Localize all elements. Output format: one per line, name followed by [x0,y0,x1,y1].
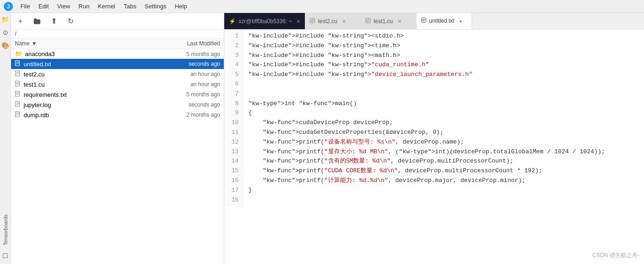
menubar: J File Edit View Run Kernel Tabs Setting… [0,0,644,13]
menu-settings[interactable]: Settings [141,2,170,11]
code-line[interactable]: "kw-func">printf("含有的SM数量: %d\n", device… [248,157,638,166]
code-line[interactable]: "kw-func">printf("显存大小: %d MB\n", ("kw-t… [248,147,638,157]
refresh-button[interactable]: ↻ [65,16,76,27]
file-modified: 2 months ago [186,112,220,118]
file-modified: 5 months ago [186,51,220,57]
file-row[interactable]: 📁anaconda35 months ago [11,49,224,59]
file-modified: 5 months ago [186,91,220,98]
tab-icon [421,18,426,24]
file-row[interactable]: jupyter.logseconds ago [11,100,224,110]
file-name: untitled.txt [24,61,51,68]
file-modified: seconds ago [189,61,220,67]
line-number: 5 [226,70,239,80]
code-line[interactable]: "kw-func">printf("计算能力: %d.%d\n", device… [248,176,638,186]
file-icon [15,70,21,78]
tab-icon: ⚡ [229,18,236,25]
code-line[interactable]: "kw-include">#include "kw-string"><stdio… [248,31,638,41]
new-folder-button[interactable] [32,16,43,27]
svg-rect-8 [15,81,19,86]
file-name-cell: requirements.txt [15,91,67,98]
tab-close-button[interactable]: × [297,18,300,25]
code-line[interactable]: "kw-include">#include "kw-string"><math.… [248,51,638,61]
file-row[interactable]: requirements.txt5 months ago [11,89,224,100]
menu-file[interactable]: File [17,2,34,11]
code-line[interactable]: "kw-func">printf("CUDA CORE数量: %d\n", de… [248,166,638,176]
code-line[interactable]: { [248,108,638,118]
tab-close-button[interactable]: × [342,18,346,25]
file-name-cell: untitled.txt [15,60,51,68]
file-name-cell: test1.cu [15,81,45,88]
tab-icon [310,18,315,25]
line-number: 16 [226,176,239,186]
code-line[interactable] [248,80,638,89]
code-line[interactable] [248,195,638,205]
menu-view[interactable]: View [53,2,74,11]
code-line[interactable]: "kw-include">#include "kw-string">"devic… [248,70,638,80]
svg-rect-12 [15,91,19,96]
tab-close-button[interactable]: ● [459,19,462,24]
file-toolbar: + ⬆ ↻ [11,13,224,30]
file-row[interactable]: test1.cuan hour ago [11,79,224,89]
file-name-cell: 📁anaconda3 [15,50,55,57]
code-line[interactable]: "kw-include">#include "kw-string"><time.… [248,41,638,51]
folder-icon: 📁 [15,50,22,57]
editor-content[interactable]: 123456789101112131415161718 "kw-include"… [224,30,644,264]
file-icon [15,111,21,119]
code-line[interactable]: } [248,186,638,195]
tensorboards-label[interactable]: Tensorboards [3,213,8,247]
menu-tabs[interactable]: Tabs [120,2,140,11]
code-line[interactable] [248,89,638,99]
code-line[interactable]: "kw-func">cudaDeviceProp deviceProp; [248,118,638,128]
code-line[interactable]: "kw-type">int "kw-func">main() [248,99,638,109]
file-icon [15,81,21,88]
file-row[interactable]: dump.rdb2 months ago [11,110,224,120]
sidebar-icon-files[interactable]: 📁 [1,15,10,24]
sidebar-icon-palette[interactable]: 🎨 [1,41,10,50]
editor-area: ⚡xzr@bff0ba0b5336: ~×test2.cu×test1.cu×u… [224,13,644,264]
file-icon [15,101,21,108]
new-file-button[interactable]: + [15,16,26,27]
code-area: 123456789101112131415161718 "kw-include"… [224,30,644,207]
tab-untitled[interactable]: untitled.txt● [417,13,472,29]
line-number: 3 [226,51,239,61]
svg-rect-20 [15,112,19,117]
file-name: anaconda3 [25,50,55,57]
line-number: 13 [226,147,239,157]
line-numbers: 123456789101112131415161718 [224,30,243,207]
file-name: requirements.txt [24,91,67,98]
file-modified: an hour ago [190,71,220,77]
tab-label: test1.cu [373,18,393,25]
line-number: 2 [226,41,239,51]
code-line[interactable]: "kw-func">cudaGetDeviceProperties(&devic… [248,128,638,138]
sidebar-icon-box[interactable]: ☐ [1,251,10,260]
file-modified: an hour ago [190,81,220,88]
file-row[interactable]: untitled.txtseconds ago [11,59,224,69]
tab-terminal[interactable]: ⚡xzr@bff0ba0b5336: ~× [224,13,305,29]
file-modified: seconds ago [189,101,220,108]
svg-rect-16 [15,101,19,107]
tab-close-button[interactable]: × [398,18,401,25]
sort-icon[interactable]: ▼ [32,40,37,47]
code-line[interactable]: "kw-func">printf("设备名称与型号: %s\n", device… [248,138,638,147]
file-name-cell: dump.rdb [15,111,49,119]
tab-test1[interactable]: test1.cu× [361,13,417,29]
watermark: CSDN @失航之舟- [592,251,639,259]
menu-run[interactable]: Run [75,2,93,11]
menu-help[interactable]: Help [171,2,191,11]
col-modified-header: Last Modified [187,40,220,47]
tab-test2[interactable]: test2.cu× [305,13,361,29]
menu-edit[interactable]: Edit [35,2,52,11]
tab-icon [366,18,371,25]
file-row[interactable]: test2.cuan hour ago [11,69,224,79]
code-line[interactable]: "kw-include">#include "kw-string">"cuda_… [248,60,638,70]
line-number: 9 [226,108,239,118]
line-number: 6 [226,80,239,89]
sidebar-icon-circle[interactable]: ⊙ [1,28,10,37]
code-lines[interactable]: "kw-include">#include "kw-string"><stdio… [243,30,644,207]
file-name: jupyter.log [24,101,51,108]
menu-kernel[interactable]: Kernel [94,2,119,11]
col-name-header: Name ▼ [15,40,37,47]
upload-button[interactable]: ⬆ [48,16,59,27]
file-name: dump.rdb [24,112,49,119]
line-number: 10 [226,118,239,128]
